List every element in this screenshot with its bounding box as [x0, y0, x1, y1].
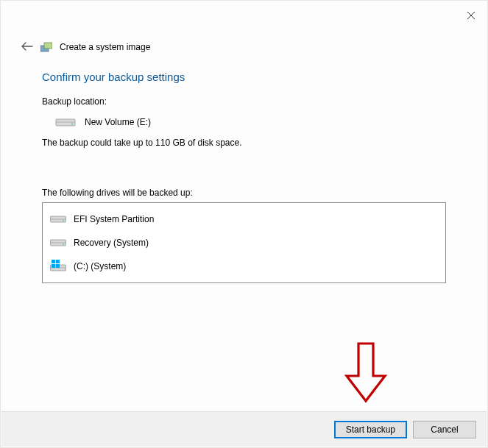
backup-location-row: New Volume (E:): [42, 114, 446, 135]
cancel-button[interactable]: Cancel: [413, 421, 476, 438]
drive-item: EFI System Partition: [43, 207, 445, 231]
arrow-left-icon: [21, 42, 33, 51]
drive-name: EFI System Partition: [74, 214, 154, 224]
start-backup-button[interactable]: Start backup: [334, 421, 407, 438]
svg-point-12: [63, 243, 64, 245]
svg-rect-17: [52, 264, 55, 268]
disk-space-info: The backup could take up to 110 GB of di…: [42, 138, 446, 148]
windows-drive-icon: [50, 260, 66, 273]
svg-rect-18: [56, 264, 60, 268]
svg-rect-5: [56, 122, 75, 123]
drives-list: EFI System Partition Recovery (System): [42, 202, 446, 283]
backup-location-value: New Volume (E:): [85, 117, 151, 127]
drive-item: Recovery (System): [43, 231, 445, 255]
svg-rect-11: [51, 243, 66, 243]
drive-item: (C:) (System): [43, 255, 445, 278]
wizard-content: Confirm your backup settings Backup loca…: [1, 53, 487, 283]
drive-name: Recovery (System): [74, 238, 149, 248]
svg-rect-3: [44, 43, 52, 49]
annotation-arrow-icon: [344, 341, 388, 407]
hard-drive-icon: [55, 117, 76, 127]
backup-location-label: Backup location:: [42, 96, 446, 107]
hard-drive-icon: [50, 213, 66, 226]
wizard-window: Create a system image Confirm your backu…: [0, 0, 488, 448]
hard-drive-icon: [50, 236, 66, 249]
svg-rect-16: [56, 260, 60, 263]
svg-point-9: [63, 220, 64, 221]
drive-name: (C:) (System): [74, 261, 126, 271]
svg-point-6: [71, 124, 73, 125]
page-heading: Confirm your backup settings: [42, 71, 446, 83]
back-button[interactable]: [21, 40, 33, 53]
svg-rect-15: [52, 260, 55, 263]
wizard-title: Create a system image: [60, 42, 150, 52]
system-image-icon: [40, 41, 52, 53]
button-bar: Start backup Cancel: [1, 411, 487, 447]
svg-rect-8: [51, 219, 66, 220]
wizard-header: Create a system image: [1, 33, 487, 53]
drives-list-label: The following drives will be backed up:: [42, 188, 446, 198]
